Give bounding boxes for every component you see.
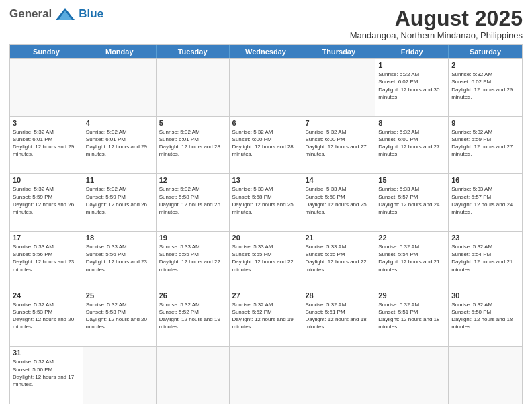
calendar-title: August 2025 xyxy=(350,7,523,30)
day-number: 5 xyxy=(159,119,226,127)
day-number: 29 xyxy=(378,291,445,300)
header-sunday: Sunday xyxy=(10,45,83,58)
day-number: 19 xyxy=(159,234,226,242)
day-info: Sunrise: 5:33 AM Sunset: 5:57 PM Dayligh… xyxy=(378,185,445,216)
day-info: Sunrise: 5:32 AM Sunset: 5:59 PM Dayligh… xyxy=(86,185,153,216)
calendar-cell xyxy=(449,347,522,404)
calendar-cell xyxy=(230,59,303,116)
page: General Blue August 2025 Mandangoa, Nort… xyxy=(0,0,532,411)
header-friday: Friday xyxy=(375,45,449,58)
calendar-cell xyxy=(83,347,157,404)
title-block: August 2025 Mandangoa, Northern Mindanao… xyxy=(350,7,523,40)
calendar-cell: 27Sunrise: 5:32 AM Sunset: 5:52 PM Dayli… xyxy=(230,289,303,347)
calendar-cell: 14Sunrise: 5:33 AM Sunset: 5:58 PM Dayli… xyxy=(302,174,375,231)
calendar-cell: 24Sunrise: 5:32 AM Sunset: 5:53 PM Dayli… xyxy=(10,289,83,347)
day-number: 17 xyxy=(13,234,80,242)
calendar-cell: 3Sunrise: 5:32 AM Sunset: 6:01 PM Daylig… xyxy=(10,117,83,174)
calendar-cell: 6Sunrise: 5:32 AM Sunset: 6:00 PM Daylig… xyxy=(230,117,303,174)
calendar-row-5: 31Sunrise: 5:32 AM Sunset: 5:50 PM Dayli… xyxy=(10,346,522,404)
day-number: 23 xyxy=(451,234,519,242)
calendar-row-2: 10Sunrise: 5:32 AM Sunset: 5:59 PM Dayli… xyxy=(10,173,522,231)
day-number: 12 xyxy=(159,176,226,184)
day-number: 27 xyxy=(232,291,300,300)
calendar-cell xyxy=(157,347,230,404)
calendar-row-3: 17Sunrise: 5:33 AM Sunset: 5:56 PM Dayli… xyxy=(10,231,522,289)
day-number: 16 xyxy=(451,176,519,184)
header-tuesday: Tuesday xyxy=(157,45,230,58)
day-number: 7 xyxy=(305,119,372,127)
day-number: 30 xyxy=(451,291,519,300)
logo-icon xyxy=(54,7,76,21)
calendar-cell xyxy=(10,59,83,116)
day-info: Sunrise: 5:32 AM Sunset: 5:58 PM Dayligh… xyxy=(159,185,226,216)
calendar-cell: 12Sunrise: 5:32 AM Sunset: 5:58 PM Dayli… xyxy=(157,174,230,231)
day-info: Sunrise: 5:32 AM Sunset: 5:54 PM Dayligh… xyxy=(378,243,445,273)
day-info: Sunrise: 5:33 AM Sunset: 5:57 PM Dayligh… xyxy=(451,185,519,216)
calendar-cell: 4Sunrise: 5:32 AM Sunset: 6:01 PM Daylig… xyxy=(83,117,157,174)
day-info: Sunrise: 5:33 AM Sunset: 5:55 PM Dayligh… xyxy=(232,243,300,273)
calendar-cell: 19Sunrise: 5:33 AM Sunset: 5:55 PM Dayli… xyxy=(157,232,230,289)
calendar-cell: 10Sunrise: 5:32 AM Sunset: 5:59 PM Dayli… xyxy=(10,174,83,231)
calendar-cell: 2Sunrise: 5:32 AM Sunset: 6:02 PM Daylig… xyxy=(449,59,522,116)
calendar-cell: 16Sunrise: 5:33 AM Sunset: 5:57 PM Dayli… xyxy=(449,174,522,231)
day-number: 15 xyxy=(378,176,445,184)
day-info: Sunrise: 5:32 AM Sunset: 5:50 PM Dayligh… xyxy=(451,301,519,331)
day-info: Sunrise: 5:32 AM Sunset: 5:59 PM Dayligh… xyxy=(13,185,80,216)
day-info: Sunrise: 5:33 AM Sunset: 5:55 PM Dayligh… xyxy=(159,243,226,273)
calendar-row-1: 3Sunrise: 5:32 AM Sunset: 6:01 PM Daylig… xyxy=(10,116,522,174)
calendar-cell: 29Sunrise: 5:32 AM Sunset: 5:51 PM Dayli… xyxy=(375,289,449,347)
calendar-cell: 1Sunrise: 5:32 AM Sunset: 6:02 PM Daylig… xyxy=(375,59,449,116)
calendar-cell xyxy=(83,59,157,116)
calendar-row-0: 1Sunrise: 5:32 AM Sunset: 6:02 PM Daylig… xyxy=(10,58,522,116)
calendar-cell: 30Sunrise: 5:32 AM Sunset: 5:50 PM Dayli… xyxy=(449,289,522,347)
calendar-cell: 25Sunrise: 5:32 AM Sunset: 5:53 PM Dayli… xyxy=(83,289,157,347)
calendar-cell: 13Sunrise: 5:33 AM Sunset: 5:58 PM Dayli… xyxy=(230,174,303,231)
day-number: 2 xyxy=(451,61,519,69)
calendar-cell: 9Sunrise: 5:32 AM Sunset: 5:59 PM Daylig… xyxy=(449,117,522,174)
day-info: Sunrise: 5:32 AM Sunset: 6:02 PM Dayligh… xyxy=(378,71,445,101)
header-saturday: Saturday xyxy=(449,45,522,58)
day-number: 18 xyxy=(86,234,153,242)
logo-general-text: General xyxy=(9,7,52,21)
calendar-cell: 28Sunrise: 5:32 AM Sunset: 5:51 PM Dayli… xyxy=(302,289,375,347)
calendar-cell: 15Sunrise: 5:33 AM Sunset: 5:57 PM Dayli… xyxy=(375,174,449,231)
calendar-row-4: 24Sunrise: 5:32 AM Sunset: 5:53 PM Dayli… xyxy=(10,289,522,347)
calendar-cell xyxy=(157,59,230,116)
day-info: Sunrise: 5:32 AM Sunset: 6:00 PM Dayligh… xyxy=(232,128,300,158)
day-number: 20 xyxy=(232,234,300,242)
day-info: Sunrise: 5:32 AM Sunset: 6:01 PM Dayligh… xyxy=(159,128,226,158)
day-info: Sunrise: 5:32 AM Sunset: 6:00 PM Dayligh… xyxy=(305,128,372,158)
day-number: 9 xyxy=(451,119,519,127)
calendar-cell xyxy=(302,59,375,116)
day-info: Sunrise: 5:32 AM Sunset: 5:52 PM Dayligh… xyxy=(159,301,226,331)
day-info: Sunrise: 5:33 AM Sunset: 5:55 PM Dayligh… xyxy=(305,243,372,273)
header-monday: Monday xyxy=(83,45,157,58)
day-number: 6 xyxy=(232,119,300,127)
day-info: Sunrise: 5:32 AM Sunset: 6:01 PM Dayligh… xyxy=(86,128,153,158)
day-number: 10 xyxy=(13,176,80,184)
day-number: 28 xyxy=(305,291,372,300)
day-number: 26 xyxy=(159,291,226,300)
day-info: Sunrise: 5:33 AM Sunset: 5:58 PM Dayligh… xyxy=(305,185,372,216)
day-number: 25 xyxy=(86,291,153,300)
day-info: Sunrise: 5:32 AM Sunset: 5:51 PM Dayligh… xyxy=(378,301,445,331)
day-info: Sunrise: 5:32 AM Sunset: 6:02 PM Dayligh… xyxy=(451,71,519,101)
calendar-cell: 18Sunrise: 5:33 AM Sunset: 5:56 PM Dayli… xyxy=(83,232,157,289)
day-number: 21 xyxy=(305,234,372,242)
calendar-cell: 31Sunrise: 5:32 AM Sunset: 5:50 PM Dayli… xyxy=(10,347,83,404)
day-info: Sunrise: 5:32 AM Sunset: 5:53 PM Dayligh… xyxy=(86,301,153,331)
calendar-cell: 11Sunrise: 5:32 AM Sunset: 5:59 PM Dayli… xyxy=(83,174,157,231)
day-number: 31 xyxy=(13,349,80,357)
calendar-subtitle: Mandangoa, Northern Mindanao, Philippine… xyxy=(350,30,523,40)
calendar-cell xyxy=(302,347,375,404)
calendar-cell: 26Sunrise: 5:32 AM Sunset: 5:52 PM Dayli… xyxy=(157,289,230,347)
day-number: 8 xyxy=(378,119,445,127)
day-number: 13 xyxy=(232,176,300,184)
calendar-cell: 7Sunrise: 5:32 AM Sunset: 6:00 PM Daylig… xyxy=(302,117,375,174)
calendar-cell: 22Sunrise: 5:32 AM Sunset: 5:54 PM Dayli… xyxy=(375,232,449,289)
day-info: Sunrise: 5:33 AM Sunset: 5:56 PM Dayligh… xyxy=(13,243,80,273)
calendar-cell xyxy=(230,347,303,404)
day-number: 11 xyxy=(86,176,153,184)
calendar-cell: 23Sunrise: 5:32 AM Sunset: 5:54 PM Dayli… xyxy=(449,232,522,289)
day-info: Sunrise: 5:32 AM Sunset: 5:52 PM Dayligh… xyxy=(232,301,300,331)
